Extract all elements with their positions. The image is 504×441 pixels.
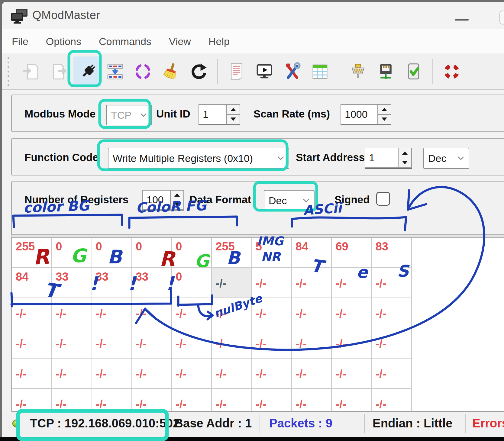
register-cell[interactable]: -/- bbox=[372, 298, 412, 328]
scan-button[interactable] bbox=[129, 56, 157, 87]
register-cell[interactable]: -/- bbox=[212, 268, 252, 298]
register-cell[interactable]: -/- bbox=[292, 389, 332, 412]
read-write-button[interactable] bbox=[101, 56, 129, 87]
register-cell[interactable]: 0 bbox=[52, 238, 92, 268]
modbus-mode-select[interactable]: TCP bbox=[106, 105, 152, 125]
register-cell[interactable]: -/- bbox=[372, 328, 412, 359]
register-cell[interactable]: -/- bbox=[92, 359, 132, 389]
register-cell[interactable]: -/- bbox=[132, 389, 172, 412]
network-settings-button[interactable] bbox=[372, 56, 400, 87]
register-cell[interactable]: -/- bbox=[92, 389, 132, 412]
register-cell[interactable]: -/- bbox=[52, 328, 92, 359]
register-cell[interactable]: -/- bbox=[292, 328, 332, 359]
register-cell[interactable]: -/- bbox=[292, 298, 332, 328]
load-session-button[interactable] bbox=[18, 56, 46, 87]
save-session-button[interactable] bbox=[46, 56, 73, 87]
register-cell[interactable]: -/- bbox=[372, 268, 412, 298]
register-cell[interactable]: -/- bbox=[332, 359, 372, 389]
bus-monitor-button[interactable] bbox=[250, 56, 278, 87]
start-address-stepper[interactable]: 1 bbox=[365, 148, 412, 169]
menu-help[interactable]: Help bbox=[208, 36, 230, 47]
register-cell[interactable]: -/- bbox=[52, 359, 92, 389]
spin-down-button[interactable] bbox=[170, 200, 184, 210]
menu-file[interactable]: File bbox=[12, 36, 28, 47]
tools-button[interactable] bbox=[278, 56, 306, 87]
data-format-select[interactable]: Dec bbox=[264, 190, 315, 211]
register-cell[interactable]: -/- bbox=[92, 298, 132, 328]
register-cell[interactable]: -/- bbox=[252, 328, 292, 359]
maximize-button[interactable] bbox=[499, 11, 504, 24]
register-cell[interactable]: -/- bbox=[52, 298, 92, 328]
register-cell[interactable]: -/- bbox=[12, 389, 52, 412]
register-cell[interactable]: -/- bbox=[252, 268, 292, 298]
spin-up-button[interactable] bbox=[170, 190, 184, 200]
function-code-select[interactable]: Write Multiple Registers (0x10) bbox=[108, 148, 289, 169]
spin-up-button[interactable] bbox=[377, 104, 391, 115]
register-cell[interactable]: -/- bbox=[292, 268, 332, 298]
register-cell[interactable]: -/- bbox=[12, 328, 52, 359]
register-cell[interactable]: -/- bbox=[372, 389, 412, 412]
register-cell[interactable]: -/- bbox=[172, 389, 212, 412]
minimize-button[interactable] bbox=[455, 19, 469, 21]
register-cell[interactable]: -/- bbox=[212, 359, 252, 389]
register-cell[interactable]: -/- bbox=[252, 298, 292, 328]
register-cell[interactable]: -/- bbox=[332, 389, 372, 412]
register-cell[interactable]: -/- bbox=[172, 359, 212, 389]
register-cell[interactable]: 5 bbox=[252, 238, 292, 268]
register-cell[interactable]: -/- bbox=[52, 389, 92, 412]
registers-view-button[interactable] bbox=[306, 56, 334, 87]
ok-settings-button[interactable] bbox=[400, 56, 428, 87]
register-cell[interactable]: 33 bbox=[52, 268, 92, 298]
num-registers-stepper[interactable]: 100 bbox=[142, 190, 184, 211]
register-cell[interactable]: 83 bbox=[372, 238, 412, 268]
register-cell[interactable]: -/- bbox=[132, 328, 172, 359]
register-cell[interactable]: -/- bbox=[332, 298, 372, 328]
log-button[interactable] bbox=[223, 56, 250, 87]
menu-options[interactable]: Options bbox=[46, 36, 81, 47]
register-cell[interactable]: -/- bbox=[212, 389, 252, 412]
register-cell[interactable]: 0 bbox=[132, 238, 172, 268]
serial-settings-button[interactable] bbox=[344, 56, 372, 87]
register-cell[interactable]: -/- bbox=[332, 328, 372, 359]
register-cell[interactable]: 0 bbox=[172, 268, 212, 298]
spin-down-button[interactable] bbox=[226, 115, 240, 125]
spin-up-button[interactable] bbox=[226, 104, 240, 115]
register-cell[interactable]: 255 bbox=[212, 238, 252, 268]
about-button[interactable] bbox=[438, 56, 466, 87]
scan-rate-stepper[interactable]: 1000 bbox=[341, 104, 391, 125]
register-cell[interactable]: -/- bbox=[172, 298, 212, 328]
register-cell[interactable]: 0 bbox=[92, 238, 132, 268]
menu-commands[interactable]: Commands bbox=[99, 36, 151, 47]
register-cell[interactable]: 69 bbox=[332, 238, 372, 268]
unit-id-stepper[interactable]: 1 bbox=[199, 104, 240, 125]
spin-up-button[interactable] bbox=[398, 148, 412, 158]
menu-view[interactable]: View bbox=[169, 36, 191, 47]
start-address-format-select[interactable]: Dec bbox=[423, 148, 469, 169]
register-cell[interactable]: 33 bbox=[132, 268, 172, 298]
register-cell[interactable]: -/- bbox=[132, 298, 172, 328]
register-cell[interactable]: -/- bbox=[332, 268, 372, 298]
register-cell[interactable]: -/- bbox=[92, 328, 132, 359]
connect-button[interactable] bbox=[73, 56, 101, 87]
register-cell[interactable]: -/- bbox=[12, 359, 52, 389]
register-cell[interactable]: 84 bbox=[292, 238, 332, 268]
register-cell[interactable]: -/- bbox=[252, 389, 292, 412]
signed-checkbox[interactable] bbox=[376, 192, 390, 206]
register-cell[interactable]: -/- bbox=[132, 359, 172, 389]
register-cell[interactable]: -/- bbox=[12, 298, 52, 328]
register-cell[interactable]: 255 bbox=[12, 238, 52, 268]
toolbar-drag-handle[interactable] bbox=[8, 57, 9, 86]
reload-button[interactable] bbox=[185, 56, 212, 87]
register-cell[interactable]: -/- bbox=[252, 359, 292, 389]
register-cell[interactable]: -/- bbox=[212, 298, 252, 328]
spin-down-button[interactable] bbox=[398, 158, 412, 168]
register-cell[interactable]: 0 bbox=[172, 238, 212, 268]
register-cell[interactable]: 33 bbox=[92, 268, 132, 298]
clear-button[interactable] bbox=[157, 56, 185, 87]
register-cell[interactable]: 84 bbox=[12, 268, 52, 298]
register-cell[interactable]: -/- bbox=[172, 328, 212, 359]
spin-down-button[interactable] bbox=[377, 115, 391, 125]
register-cell[interactable]: -/- bbox=[292, 359, 332, 389]
register-cell[interactable]: -/- bbox=[212, 328, 252, 359]
register-cell[interactable]: -/- bbox=[372, 359, 412, 389]
